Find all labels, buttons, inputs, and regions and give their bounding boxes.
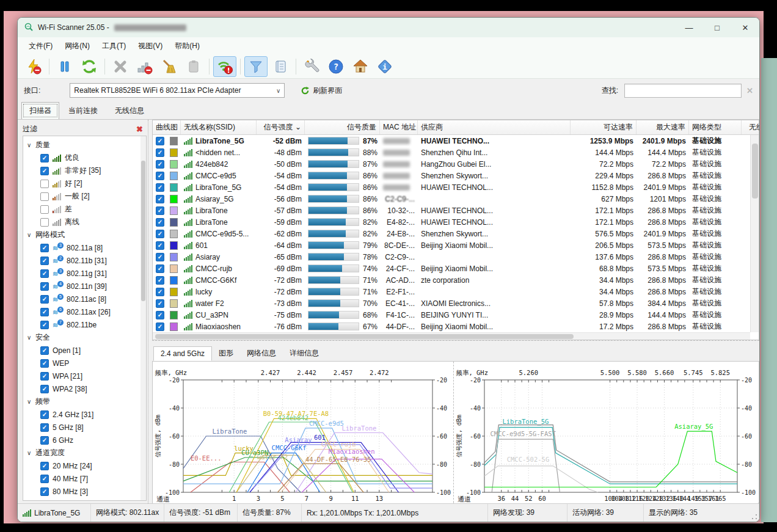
row-checkbox[interactable]: ✓ xyxy=(156,299,164,308)
checkbox[interactable] xyxy=(40,192,49,201)
checkbox[interactable]: ✓ xyxy=(40,436,49,445)
checkbox[interactable]: ✓ xyxy=(40,372,49,381)
column-header-4[interactable]: MAC 地址 xyxy=(380,120,418,134)
network-row[interactable]: ✓LibraTone_5G-54 dBm86%HUAWEI TECHNOL...… xyxy=(153,181,759,193)
checkbox[interactable]: ✓ xyxy=(40,500,49,501)
checkbox[interactable]: ✓ xyxy=(40,346,49,355)
tab-current-connection[interactable]: 当前连接 xyxy=(60,102,106,119)
checkbox[interactable]: ✓ xyxy=(40,295,49,304)
checkbox[interactable]: ✓ xyxy=(40,244,49,252)
checkbox[interactable]: ✓ xyxy=(40,487,49,496)
filter-item[interactable]: ✓非常好 [35] xyxy=(27,164,145,177)
resize-grip[interactable] xyxy=(751,513,758,520)
row-checkbox[interactable]: ✓ xyxy=(156,288,164,296)
row-checkbox[interactable]: ✓ xyxy=(156,276,164,285)
network-row[interactable]: ✓Asiaray_5G-56 dBm86%C2-C9-...627 Mbps12… xyxy=(153,193,759,205)
network-row[interactable]: ✓424eb842-50 dBm87%HangZhou Gubei El...7… xyxy=(153,158,759,170)
stop-wifi-button[interactable] xyxy=(213,56,236,77)
column-header-7[interactable]: 最大速率 xyxy=(637,120,689,134)
network-row[interactable]: ✓LibraTone-59 dBm82%E4-82-...HUAWEI TECH… xyxy=(153,216,759,228)
network-row[interactable]: ✓CMCC-G6Kf-72 dBm71%AC-AD...zte corporat… xyxy=(153,274,759,286)
filter-group-3[interactable]: ∨频带 xyxy=(27,395,145,408)
home-button[interactable] xyxy=(349,56,372,77)
filter-item[interactable]: ✓80 MHz [3] xyxy=(27,485,145,498)
table-horizontal-scrollbar[interactable] xyxy=(153,332,750,340)
column-header-0[interactable]: 曲线图 xyxy=(153,120,181,134)
disconnect-button[interactable] xyxy=(22,56,45,77)
checkbox[interactable]: ✓ xyxy=(40,462,49,470)
filter-item[interactable]: ✓WPA2 [38] xyxy=(27,382,145,395)
filter-item[interactable]: 差 xyxy=(27,203,145,216)
refresh-interface-button[interactable]: 刷新界面 xyxy=(301,86,342,96)
row-checkbox[interactable]: ✓ xyxy=(156,172,164,180)
help-button[interactable]: ? xyxy=(324,56,348,77)
filter-item[interactable]: ✓≋6802.11ax [26] xyxy=(27,305,145,318)
filter-item[interactable]: ✓6 GHz xyxy=(27,434,145,446)
filter-item[interactable]: 离线 xyxy=(27,216,145,228)
column-header-2[interactable]: 信号强度 ⌄ xyxy=(257,120,305,134)
filter-item[interactable]: ✓≋3802.11a [8] xyxy=(27,241,145,254)
adapter-select[interactable]: Realtek RTL8852BE WiFi 6 802.11ax PCIe A… xyxy=(70,83,285,98)
filter-item[interactable]: 好 [2] xyxy=(27,177,145,190)
row-checkbox[interactable]: ✓ xyxy=(156,206,164,215)
checkbox[interactable] xyxy=(40,180,49,188)
column-header-9[interactable]: 无线网络... xyxy=(742,120,760,134)
collapse-icon[interactable]: ∨ xyxy=(27,142,35,148)
filter-item[interactable]: ✓≋3802.11g [31] xyxy=(27,267,145,280)
about-button[interactable]: i xyxy=(373,56,396,77)
checkbox[interactable]: ✓ xyxy=(40,308,49,316)
row-checkbox[interactable]: ✓ xyxy=(156,218,164,227)
column-header-1[interactable]: 无线名称(SSID) xyxy=(181,120,257,134)
row-checkbox[interactable]: ✓ xyxy=(156,311,164,319)
checkbox[interactable]: ✓ xyxy=(40,154,49,162)
clear-search-icon[interactable]: ✕ xyxy=(746,86,753,95)
tab-wireless-info[interactable]: 无线信息 xyxy=(107,102,152,119)
sidebar-scrollbar[interactable] xyxy=(140,136,146,500)
row-checkbox[interactable]: ✓ xyxy=(156,160,164,169)
tab-scanner[interactable]: 扫描器 xyxy=(21,102,59,119)
tab-details[interactable]: 详细信息 xyxy=(283,346,326,361)
checkbox[interactable]: ✓ xyxy=(40,359,49,368)
filter-group-2[interactable]: ∨安全 xyxy=(27,331,145,344)
checkbox[interactable]: ✓ xyxy=(40,385,49,393)
tab-24-5ghz-chart[interactable]: 2.4 and 5Ghz xyxy=(153,346,212,361)
row-checkbox[interactable]: ✓ xyxy=(156,241,164,250)
pause-button[interactable] xyxy=(53,56,76,77)
menu-t[interactable]: 工具(T) xyxy=(96,38,132,54)
filter-group-0[interactable]: ∨质量 xyxy=(27,139,145,151)
filter-item[interactable]: ✓WPA [21] xyxy=(27,370,145,382)
clear-list-button[interactable] xyxy=(158,56,181,77)
search-input[interactable] xyxy=(624,84,742,98)
filter-item[interactable]: ✓≋4802.11n [39] xyxy=(27,280,145,293)
network-row[interactable]: ✓water F2-73 dBm70%EC-41-...XIAOMI Elect… xyxy=(153,297,759,309)
maximize-button[interactable]: □ xyxy=(703,18,731,37)
filter-item[interactable]: ✓40 MHz [7] xyxy=(27,472,145,485)
collapse-icon[interactable]: ∨ xyxy=(27,398,35,405)
row-checkbox[interactable]: ✓ xyxy=(156,253,164,261)
row-checkbox[interactable]: ✓ xyxy=(156,148,164,157)
filter-item[interactable]: ✓≋5802.11ac [8] xyxy=(27,293,145,305)
network-row[interactable]: ✓CU_a3PN-75 dBm68%F4-1C-...BEIJING YUNYI… xyxy=(153,309,759,321)
panel-splitter[interactable] xyxy=(152,340,759,345)
filter-group-1[interactable]: ∨网络模式 xyxy=(27,228,145,241)
filter-group-4[interactable]: ∨通道宽度 xyxy=(27,446,145,459)
checkbox[interactable]: ✓ xyxy=(40,269,49,278)
settings-button[interactable] xyxy=(300,56,323,77)
row-checkbox[interactable]: ✓ xyxy=(156,195,164,203)
network-row[interactable]: ✓LibraTone_5G-52 dBm87%HUAWEI TECHNO...1… xyxy=(153,135,759,147)
filter-item[interactable]: ✓160 MHz [5] xyxy=(27,498,145,501)
menu-v[interactable]: 视图(V) xyxy=(132,38,169,54)
checkbox[interactable]: ✓ xyxy=(40,321,49,329)
network-row[interactable]: ✓Asiaray-65 dBm78%C2-C9-...137.6 Mbps286… xyxy=(153,251,759,263)
collapse-icon[interactable]: ∨ xyxy=(27,450,35,456)
filter-item[interactable]: ✓20 MHz [24] xyxy=(27,459,145,472)
row-checkbox[interactable]: ✓ xyxy=(156,183,164,192)
row-checkbox[interactable]: ✓ xyxy=(156,230,164,238)
network-row[interactable]: ✓CMCC-rujb-69 dBm74%24-CF-...Beijing Xia… xyxy=(153,263,759,274)
menu-n[interactable]: 网络(N) xyxy=(59,38,96,54)
report-button[interactable] xyxy=(269,56,292,77)
column-header-8[interactable]: 网络类型 xyxy=(689,120,742,134)
checkbox[interactable]: ✓ xyxy=(40,167,49,175)
close-filter-icon[interactable]: ✖ xyxy=(136,125,143,134)
filter-item[interactable]: ✓优良 xyxy=(27,151,145,164)
